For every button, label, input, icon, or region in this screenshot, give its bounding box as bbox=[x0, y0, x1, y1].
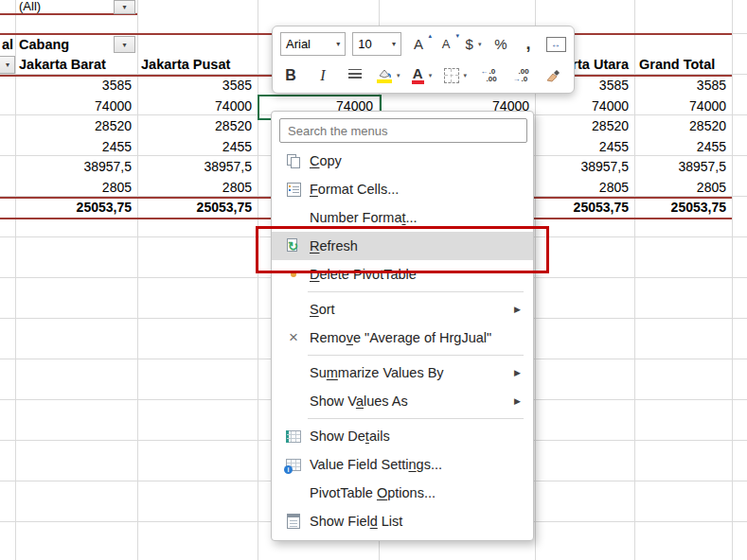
pivot-cell[interactable]: 28520 bbox=[634, 116, 726, 136]
menu-item-sort[interactable]: Sort ▶ bbox=[272, 295, 533, 324]
mini-toolbar-row-2: B I ▾ A ▾ bbox=[273, 63, 574, 88]
bold-button[interactable]: B bbox=[280, 63, 301, 88]
pivot-cell[interactable]: 74000 bbox=[634, 96, 726, 116]
right-arrow-icon: → bbox=[512, 76, 520, 83]
menu-item-pivottable-options[interactable]: PivotTable Options... bbox=[272, 479, 533, 507]
pivot-cell[interactable]: 3585 bbox=[634, 76, 726, 96]
copy-icon bbox=[281, 154, 306, 168]
menu-item-remove-average-of-hrgjual[interactable]: × Remove "Average of HrgJual" bbox=[272, 324, 533, 352]
pivot-cell[interactable]: 28520 bbox=[137, 116, 252, 136]
decrease-decimal-button[interactable]: ←.0 .00 bbox=[478, 63, 499, 88]
dropdown-arrow-icon: ▾ bbox=[6, 61, 9, 69]
submenu-arrow-icon: ▶ bbox=[514, 305, 521, 314]
pivot-cell[interactable]: 3585 bbox=[15, 76, 132, 96]
italic-button[interactable]: I bbox=[312, 63, 333, 88]
percent-style-button[interactable]: % bbox=[490, 32, 511, 57]
font-size-value: 10 bbox=[358, 37, 371, 51]
font-color-icon: A bbox=[412, 66, 424, 84]
accounting-format-button[interactable]: $ ▾ bbox=[463, 32, 484, 57]
value-field-settings-icon: i bbox=[281, 459, 306, 471]
borders-icon bbox=[444, 68, 459, 83]
pivot-cell[interactable]: 3585 bbox=[137, 76, 252, 96]
pivot-cell[interactable]: 2805 bbox=[137, 178, 252, 198]
mini-toolbar: Arial ▾ 10 ▾ A ▴ A ▾ $ ▾ % , bbox=[272, 26, 575, 94]
caret-up-icon: ▴ bbox=[428, 32, 432, 40]
pivot-cell[interactable]: 2455 bbox=[137, 137, 252, 157]
pivot-grand-total-cell[interactable]: 25053,75 bbox=[15, 198, 132, 218]
comma-style-button[interactable]: , bbox=[518, 32, 539, 57]
menu-item-show-details[interactable]: Show Details bbox=[272, 422, 533, 450]
pivot-column-jakarta-barat: 3585 74000 28520 2455 38957,5 2805 25053… bbox=[15, 0, 137, 219]
pivot-cell[interactable]: 38957,5 bbox=[137, 157, 252, 177]
menu-item-show-field-list[interactable]: Show Field List bbox=[272, 507, 533, 535]
pivot-cell[interactable]: 38957,5 bbox=[15, 157, 132, 177]
chevron-down-icon: ▾ bbox=[392, 40, 396, 48]
chevron-down-icon: ▾ bbox=[429, 72, 433, 79]
pivot-cell[interactable]: 2805 bbox=[634, 178, 726, 198]
pivot-cell[interactable]: 2455 bbox=[535, 137, 629, 157]
pivot-cell[interactable]: 2455 bbox=[634, 137, 726, 157]
comma-icon: , bbox=[525, 34, 530, 54]
font-size-combo[interactable]: 10 ▾ bbox=[352, 32, 401, 56]
fill-yellow-bar bbox=[377, 79, 392, 83]
chevron-down-icon: ▾ bbox=[464, 72, 468, 79]
pivot-cell[interactable]: 2805 bbox=[535, 178, 629, 198]
menu-separator bbox=[308, 355, 524, 356]
alignment-button[interactable] bbox=[345, 63, 365, 88]
gridline-col bbox=[732, 0, 733, 560]
pivot-cell[interactable]: 2805 bbox=[15, 178, 132, 198]
font-name-combo[interactable]: Arial ▾ bbox=[280, 32, 346, 56]
pivot-cell[interactable]: 38957,5 bbox=[634, 157, 726, 177]
menu-separator bbox=[308, 291, 524, 292]
pivot-grand-total-cell[interactable]: 25053,75 bbox=[634, 198, 726, 218]
grow-font-button[interactable]: A ▴ bbox=[408, 32, 429, 57]
pivot-cell[interactable]: 74000 bbox=[535, 96, 629, 116]
annotation-highlight-box bbox=[256, 226, 549, 273]
menu-item-summarize-values-by[interactable]: Summarize Values By ▶ bbox=[272, 359, 533, 387]
decrease-decimal-icon: ←.0 .00 bbox=[480, 68, 496, 83]
info-icon: i bbox=[284, 465, 293, 474]
menu-item-show-values-as[interactable]: Show Values As ▶ bbox=[272, 387, 533, 415]
chevron-down-icon: ▾ bbox=[478, 41, 482, 48]
shrink-font-button[interactable]: A ▾ bbox=[436, 32, 456, 57]
borders-button[interactable]: ▾ bbox=[444, 63, 468, 88]
fill-color-button[interactable]: ▾ bbox=[377, 63, 400, 88]
font-color-button[interactable]: A ▾ bbox=[412, 63, 433, 88]
submenu-arrow-icon: ▶ bbox=[514, 368, 521, 377]
pivot-cell[interactable]: 74000 bbox=[15, 96, 132, 116]
pivot-grand-total-cell[interactable]: 25053,75 bbox=[137, 198, 252, 218]
chevron-down-icon: ▾ bbox=[336, 40, 340, 48]
pivot-cell[interactable]: 28520 bbox=[535, 116, 629, 136]
menu-search-input[interactable] bbox=[279, 118, 527, 143]
left-right-arrow-icon: ↔ bbox=[551, 39, 560, 49]
row-labels-dropdown-button[interactable]: ▾ bbox=[0, 56, 15, 74]
remove-icon: × bbox=[281, 330, 306, 345]
grow-font-icon: A bbox=[414, 36, 423, 52]
pivot-cell[interactable]: 74000 bbox=[137, 96, 252, 116]
italic-icon: I bbox=[320, 67, 325, 84]
show-field-list-icon bbox=[281, 514, 306, 529]
chevron-down-icon: ▾ bbox=[397, 72, 400, 79]
font-name-value: Arial bbox=[286, 37, 311, 51]
format-painter-button[interactable] bbox=[542, 63, 563, 88]
align-center-icon bbox=[348, 69, 362, 81]
caret-down-icon: ▾ bbox=[455, 32, 459, 40]
pivot-grand-total-cell[interactable]: 25053,75 bbox=[535, 198, 629, 218]
pivot-cell[interactable]: 28520 bbox=[15, 116, 132, 136]
menu-item-value-field-settings[interactable]: i Value Field Settings... bbox=[272, 450, 533, 479]
show-details-icon bbox=[281, 430, 306, 443]
context-menu: Copy Format Cells... Number Format... ↻ … bbox=[271, 111, 534, 541]
merge-center-icon: ↔ bbox=[546, 37, 566, 52]
increase-decimal-button[interactable]: .00 →.0 bbox=[510, 63, 531, 88]
format-painter-icon bbox=[545, 69, 560, 82]
menu-item-copy[interactable]: Copy bbox=[272, 147, 533, 175]
pivot-cell[interactable]: 38957,5 bbox=[535, 157, 629, 177]
shrink-font-icon: A bbox=[442, 37, 451, 51]
merge-center-button[interactable]: ↔ bbox=[545, 32, 566, 57]
fill-color-icon bbox=[377, 68, 392, 83]
submenu-arrow-icon: ▶ bbox=[514, 396, 521, 406]
menu-item-format-cells[interactable]: Format Cells... bbox=[272, 175, 533, 203]
pivot-cell[interactable]: 2455 bbox=[15, 137, 132, 157]
menu-separator bbox=[308, 418, 524, 419]
pivot-row-area-label-fragment: al bbox=[2, 35, 13, 54]
